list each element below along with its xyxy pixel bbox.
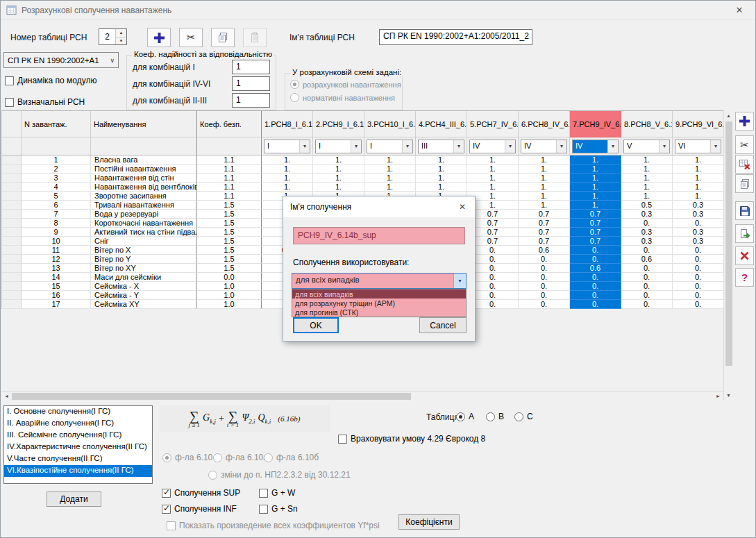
row-header[interactable] — [2, 255, 22, 264]
export-button[interactable] — [735, 224, 754, 243]
cell-load-name[interactable]: Тривалі навантаження — [91, 201, 197, 210]
cell-coefficient-value[interactable]: 0.5 — [621, 201, 673, 210]
combo-column-header[interactable]: 3.PCH10_I_6. — [364, 111, 416, 137]
cell-coefficient-value[interactable]: 0. — [673, 264, 724, 273]
cell-coefficient-value[interactable]: 1. — [313, 174, 364, 183]
row-header[interactable] — [2, 201, 22, 210]
table-name-input[interactable]: СП РК EN 1990:2002+А1:2005/2011_2 — [379, 29, 532, 45]
row-header[interactable] — [2, 300, 22, 309]
cell-coefficient-value[interactable]: 0. — [673, 291, 724, 300]
cell-coefficient-value[interactable]: 1. — [519, 201, 570, 210]
cell-load-number[interactable]: 9 — [22, 228, 91, 237]
cell-coefficient-value[interactable]: 1. — [621, 165, 673, 174]
cell-load-name[interactable]: Власна вага — [91, 155, 197, 165]
cell-coefficient-value[interactable]: 0.7 — [519, 210, 570, 219]
cell-load-number[interactable]: 14 — [22, 273, 91, 282]
list-item[interactable]: I. Основне сполучення(I ГС) — [4, 406, 152, 418]
check-combination-inf[interactable]: Сполучення INF — [162, 504, 237, 514]
row-header[interactable] — [2, 264, 22, 273]
table-number-value[interactable]: 2 — [99, 29, 115, 44]
chevron-down-icon[interactable]: ▾ — [556, 140, 566, 153]
radio-table-a[interactable]: A — [456, 412, 474, 421]
cell-safety-coef[interactable]: 1.0 — [197, 291, 262, 300]
delete-combination-button[interactable] — [735, 246, 754, 265]
cell-load-name[interactable]: Сейсміка XY — [91, 300, 197, 309]
cell-load-number[interactable]: 6 — [22, 201, 91, 210]
cell-coefficient-value[interactable]: 0. — [621, 246, 673, 255]
combo-column-header[interactable]: 7.PCH9_IV_6. — [570, 111, 621, 137]
cell-coefficient-value[interactable]: 1. — [416, 155, 467, 165]
copy-combination-button[interactable] — [735, 174, 754, 193]
cell-coefficient-value[interactable]: 0. — [519, 291, 570, 300]
cell-coefficient-value[interactable]: 1. — [467, 155, 519, 165]
cell-coefficient-value[interactable]: 1. — [570, 165, 621, 174]
cell-load-name[interactable]: Сейсміка - X — [91, 282, 197, 291]
row-header[interactable] — [2, 183, 22, 192]
cell-coefficient-value[interactable]: 0.6 — [570, 264, 621, 273]
reliability-input-3[interactable]: 1 — [232, 93, 270, 108]
cell-coefficient-value[interactable]: 0.7 — [519, 228, 570, 237]
cell-safety-coef[interactable]: 0.0 — [197, 273, 262, 282]
cell-safety-coef[interactable]: 1.1 — [197, 155, 262, 165]
list-item[interactable]: VI.Квазіпостійне сполучення(II ГС) — [4, 465, 152, 477]
usage-option[interactable]: для прогинів (СТК) — [292, 308, 466, 317]
cell-coefficient-value[interactable]: 0. — [621, 291, 673, 300]
cell-coefficient-value[interactable]: 1. — [364, 155, 416, 165]
cell-load-name[interactable]: Вітер по XY — [91, 264, 197, 273]
cell-load-name[interactable]: Маси для сейсміки — [91, 273, 197, 282]
cell-coefficient-value[interactable]: 1. — [673, 165, 724, 174]
cell-coefficient-value[interactable]: 0.7 — [570, 219, 621, 228]
chevron-down-icon[interactable]: ▾ — [710, 140, 721, 153]
cell-coefficient-value[interactable]: 1. — [416, 183, 467, 192]
cell-load-name[interactable]: Вітер по Y — [91, 255, 197, 264]
add-table-button[interactable] — [147, 28, 171, 47]
cell-load-number[interactable]: 3 — [22, 174, 91, 183]
cell-coefficient-value[interactable]: 1. — [262, 155, 313, 165]
combination-type-select[interactable]: IV▾ — [572, 140, 619, 153]
cell-load-number[interactable]: 12 — [22, 255, 91, 264]
cell-safety-coef[interactable]: 1.5 — [197, 255, 262, 264]
cell-safety-coef[interactable]: 1.1 — [197, 165, 262, 174]
cell-load-number[interactable]: 4 — [22, 183, 91, 192]
cell-coefficient-value[interactable]: 1. — [673, 183, 724, 192]
check-dynamics-by-module[interactable]: Динаміка по модулю — [5, 76, 96, 85]
combo-column-header[interactable]: 5.PCH7_IV_6. — [467, 111, 519, 137]
chevron-down-icon[interactable]: ▾ — [607, 140, 618, 153]
cell-coefficient-value[interactable]: 1. — [519, 192, 570, 201]
row-header[interactable] — [2, 155, 22, 165]
scroll-right-icon[interactable]: ► — [713, 392, 723, 401]
cell-load-name[interactable]: Навантаження від вентблоків — [91, 183, 197, 192]
cell-coefficient-value[interactable]: 0.7 — [519, 237, 570, 246]
list-item[interactable]: III. Сейсмічне сполучення(I ГС) — [4, 430, 152, 442]
cell-coefficient-value[interactable]: 0. — [621, 219, 673, 228]
cell-coefficient-value[interactable]: 0.7 — [570, 228, 621, 237]
paste-table-button[interactable] — [243, 28, 267, 47]
cell-coefficient-value[interactable]: 1. — [570, 201, 621, 210]
cell-coefficient-value[interactable]: 0. — [621, 282, 673, 291]
cell-coefficient-value[interactable]: 0. — [673, 273, 724, 282]
cell-coefficient-value[interactable]: 0. — [673, 255, 724, 264]
scroll-down-icon[interactable]: ▼ — [724, 390, 733, 401]
combination-type-select[interactable]: I▾ — [315, 140, 362, 153]
row-header[interactable] — [2, 228, 22, 237]
combo-column-header[interactable]: 6.PCH8_IV_6. — [519, 111, 570, 137]
cell-coefficient-value[interactable]: 0. — [673, 282, 724, 291]
row-header[interactable] — [2, 219, 22, 228]
row-header[interactable] — [2, 174, 22, 183]
cell-coefficient-value[interactable]: 1. — [467, 183, 519, 192]
cell-coefficient-value[interactable]: 0. — [570, 255, 621, 264]
cell-coefficient-value[interactable]: 0.7 — [570, 237, 621, 246]
cell-coefficient-value[interactable]: 1. — [262, 174, 313, 183]
combination-type-select[interactable]: III▾ — [418, 140, 464, 153]
cell-coefficient-value[interactable]: 1. — [570, 192, 621, 201]
help-button[interactable]: ? — [735, 268, 754, 287]
spin-up-icon[interactable]: ▲ — [116, 29, 126, 37]
vertical-scrollbar[interactable]: ▲ ▼ — [723, 110, 733, 401]
cell-coefficient-value[interactable]: 0.7 — [570, 210, 621, 219]
cell-coefficient-value[interactable]: 0. — [570, 282, 621, 291]
cell-coefficient-value[interactable]: 0.3 — [621, 237, 673, 246]
usage-select[interactable]: для всіх випадків ▾ — [292, 273, 467, 289]
cell-load-name[interactable]: Сніг — [91, 237, 197, 246]
add-combination-button[interactable] — [735, 112, 754, 131]
cell-load-name[interactable]: Вітер по X — [91, 246, 197, 255]
